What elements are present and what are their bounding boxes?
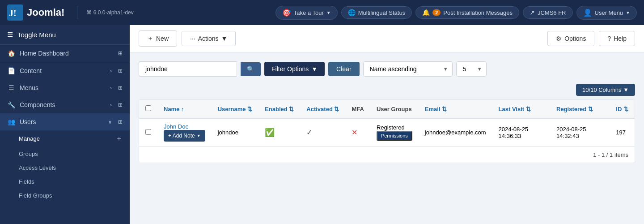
users-grid-icon: ⊞ xyxy=(118,119,123,125)
col-id: ID ⇅ xyxy=(610,100,635,118)
sidebar-item-home[interactable]: 🏠 Home Dashboard ⊞ xyxy=(0,45,130,62)
menus-icon: ☰ xyxy=(7,84,15,92)
col-usergroups-label: User Groups xyxy=(377,106,412,112)
col-email-sort[interactable]: Email ⇅ xyxy=(425,106,447,112)
notification-count: 2 xyxy=(432,9,441,16)
options-button[interactable]: ⚙ Options xyxy=(547,31,594,46)
sidebar-item-users[interactable]: 👥 Users ∨ ⊞ xyxy=(0,113,130,130)
users-table: Name ↑ Username ⇅ Enabled ⇅ Activated ⇅ xyxy=(139,99,635,163)
row-checkbox[interactable] xyxy=(145,129,151,135)
sort-select[interactable]: Name ascending Name descending Username … xyxy=(363,61,453,77)
menus-label: Menus xyxy=(20,84,38,91)
columns-button[interactable]: 10/10 Columns ▼ xyxy=(576,84,635,96)
username-value: johndoe xyxy=(218,129,238,136)
home-grid-icon: ⊞ xyxy=(118,50,123,56)
cell-registered: 2024-08-25 14:32:43 xyxy=(550,118,610,146)
search-button[interactable]: 🔍 xyxy=(241,62,261,76)
sidebar-sub-groups[interactable]: Groups xyxy=(0,147,130,161)
actions-label: Actions xyxy=(198,35,219,42)
columns-label: 10/10 Columns ▼ xyxy=(582,86,629,93)
notifications-button[interactable]: 🔔 2 Post Installation Messages xyxy=(415,6,519,19)
content-icon: 📄 xyxy=(7,67,15,75)
users-label: Users xyxy=(20,118,36,125)
main-content: ＋ New ··· Actions ▼ ⚙ Options ? Help xyxy=(130,25,644,224)
content-chevron: › xyxy=(110,68,112,73)
col-enabled-sort[interactable]: Enabled ⇅ xyxy=(265,106,294,112)
user-name-link[interactable]: John Doe xyxy=(164,123,189,130)
col-name-sort[interactable]: Name ↑ xyxy=(164,106,184,112)
col-activated: Activated ⇅ xyxy=(300,100,345,118)
add-note-button[interactable]: + Add Note xyxy=(164,130,205,142)
user-menu-button[interactable]: 👤 User Menu ▼ xyxy=(576,6,637,20)
cms-version-button[interactable]: ↗ JCMS6 FR xyxy=(523,6,573,19)
multilingual-button[interactable]: 🌐 Multilingual Status xyxy=(341,6,412,19)
take-tour-button[interactable]: 🎯 Take a Tour ▼ xyxy=(275,6,338,20)
sidebar-item-components[interactable]: 🔧 Components › ⊞ xyxy=(0,96,130,113)
filter-bar: 🔍 Filter Options ▼ Clear Name ascending … xyxy=(139,61,635,77)
col-mfa-label: MFA xyxy=(352,106,364,112)
help-icon: ? xyxy=(607,35,611,42)
search-icon: 🔍 xyxy=(247,66,254,73)
topbar: J! Joomla! ⌘ 6.0.0-alpha1-dev 🎯 Take a T… xyxy=(0,0,644,25)
col-name: Name ↑ xyxy=(157,100,212,118)
version-text: ⌘ 6.0.0-alpha1-dev xyxy=(86,9,133,16)
help-button[interactable]: ? Help xyxy=(599,31,635,46)
filter-caret: ▼ xyxy=(311,65,318,73)
cell-name: John Doe + Add Note xyxy=(157,118,212,146)
col-username-sort[interactable]: Username ⇅ xyxy=(218,106,252,112)
components-chevron: › xyxy=(110,102,112,108)
cell-id: 197 xyxy=(610,118,635,146)
sidebar-sub-field-groups[interactable]: Field Groups xyxy=(0,189,130,202)
registered-value: 2024-08-25 14:32:43 xyxy=(556,126,586,139)
home-icon: 🏠 xyxy=(7,49,15,57)
content-label: Content xyxy=(20,67,42,74)
search-input[interactable] xyxy=(139,61,237,77)
components-icon: 🔧 xyxy=(7,101,15,109)
permissions-button[interactable]: Permissions xyxy=(377,131,412,141)
cell-activated: ✓ xyxy=(300,118,345,146)
toggle-menu-button[interactable]: ☰ Toggle Menu xyxy=(0,25,130,44)
toolbar: ＋ New ··· Actions ▼ ⚙ Options ? Help xyxy=(130,25,644,52)
col-username: Username ⇅ xyxy=(212,100,258,118)
sidebar-item-menus[interactable]: ☰ Menus › ⊞ xyxy=(0,79,130,96)
cell-lastvisit: 2024-08-25 14:36:33 xyxy=(492,118,550,146)
col-id-sort[interactable]: ID ⇅ xyxy=(616,106,628,112)
cell-usergroups: Registered Permissions xyxy=(370,118,419,146)
manage-add-icon[interactable]: ＋ xyxy=(115,134,123,143)
new-button[interactable]: ＋ New xyxy=(139,30,177,47)
tour-label: Take a Tour xyxy=(294,9,324,16)
options-gear-icon: ⚙ xyxy=(556,35,562,42)
user-groups-value: Registered xyxy=(377,124,412,131)
columns-toggle-wrapper: 10/10 Columns ▼ xyxy=(139,84,635,96)
col-registered: Registered ⇅ xyxy=(550,100,610,118)
col-mfa: MFA xyxy=(345,100,370,118)
col-usergroups: User Groups xyxy=(370,100,419,118)
sidebar-sub-fields[interactable]: Fields xyxy=(0,175,130,189)
version-badge: ⌘ 6.0.0-alpha1-dev xyxy=(86,9,133,16)
mfa-cross-icon: ✕ xyxy=(352,129,357,136)
help-label: Help xyxy=(614,35,627,42)
actions-button[interactable]: ··· Actions ▼ xyxy=(182,31,236,46)
logo[interactable]: J! Joomla! xyxy=(7,4,64,21)
menus-grid-icon: ⊞ xyxy=(118,85,123,91)
select-all-checkbox[interactable] xyxy=(145,105,151,111)
components-label: Components xyxy=(20,101,55,108)
sidebar-item-content[interactable]: 📄 Content › ⊞ xyxy=(0,62,130,79)
filter-options-button[interactable]: Filter Options ▼ xyxy=(264,62,325,76)
new-plus-icon: ＋ xyxy=(147,34,153,43)
col-activated-sort[interactable]: Activated ⇅ xyxy=(306,106,339,112)
user-menu-label: User Menu xyxy=(595,9,623,16)
options-label: Options xyxy=(564,35,586,42)
id-value: 197 xyxy=(616,129,626,136)
content-area: 🔍 Filter Options ▼ Clear Name ascending … xyxy=(130,52,644,224)
per-page-select[interactable]: 5 10 25 50 xyxy=(456,61,487,77)
email-value: johndoe@example.com xyxy=(425,129,486,136)
cell-enabled: ✅ xyxy=(258,118,300,146)
clear-button[interactable]: Clear xyxy=(328,62,359,76)
sidebar-sub-access-levels[interactable]: Access Levels xyxy=(0,161,130,175)
sidebar-sub-manage[interactable]: Manage ＋ xyxy=(0,130,130,147)
col-registered-sort[interactable]: Registered ⇅ xyxy=(556,106,593,112)
enabled-check-icon: ✅ xyxy=(265,128,275,137)
col-lastvisit-sort[interactable]: Last Visit ⇅ xyxy=(499,106,531,112)
menus-chevron: › xyxy=(110,85,112,90)
